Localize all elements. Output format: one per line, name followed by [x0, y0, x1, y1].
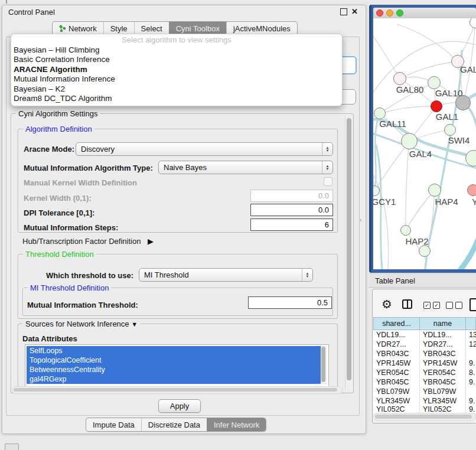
kernel-width-label: Kernel Width (0,1): — [24, 194, 92, 203]
window-frame-edge — [369, 5, 371, 273]
algorithm-definition-title: Algorithm Definition — [23, 125, 94, 133]
gear-icon[interactable]: ⚙ — [382, 298, 392, 310]
network-canvas[interactable]: GAL GAL80 GAL10 GAL1 GAL11 SWI4 GAL4 GCY… — [373, 18, 476, 269]
deselect-all-columns-icon[interactable] — [446, 302, 462, 309]
table-row[interactable]: YBR045C YBR045C 9. — [373, 377, 476, 387]
column-header-shared-name[interactable]: shared... — [373, 317, 420, 330]
dpi-tolerance-field[interactable]: 0.0 — [250, 204, 333, 216]
node-label: GAL — [460, 64, 476, 74]
chevron-right-icon: ▶ — [148, 237, 154, 246]
column-header-partial[interactable] — [466, 317, 476, 330]
list-item[interactable]: SelfLoops — [27, 346, 321, 356]
table-header-row: shared... name — [373, 317, 476, 330]
mi-steps-label: Mutual Information Steps: — [24, 223, 118, 232]
splitpane-handle[interactable]: ‹ — [360, 217, 361, 223]
node-label: HAP2 — [405, 236, 428, 246]
select-all-columns-icon[interactable]: ✓ ✓ — [423, 302, 440, 309]
tab-select[interactable]: Select — [134, 22, 169, 35]
mi-steps-field[interactable]: 6 — [250, 219, 333, 231]
data-attributes-list[interactable]: SelfLoops TopologicalCoefficient Between… — [25, 344, 329, 387]
column-header-name[interactable]: name — [420, 317, 466, 330]
graph-node-hap4[interactable] — [428, 184, 441, 197]
popup-placeholder: Select algorithm to view settings — [11, 34, 342, 45]
manual-kernel-width-checkbox[interactable] — [324, 177, 332, 186]
network-tab-icon — [59, 25, 66, 32]
table-horizontal-scrollbar[interactable] — [373, 413, 476, 421]
hub-definition-toggle[interactable]: Hub/Transcription Factor Definition ▶ — [22, 237, 154, 246]
tab-style[interactable]: Style — [103, 22, 134, 35]
popup-item[interactable]: Bayesian – K2 — [11, 84, 342, 94]
kernel-width-field[interactable]: 0.0 — [250, 190, 333, 202]
graph-node-gal11[interactable] — [374, 107, 386, 119]
bottom-tabbar: Impute Data Discretize Data Infer Networ… — [86, 418, 266, 432]
table-row[interactable]: YER054C YER054C 8. — [373, 368, 476, 377]
table-row[interactable]: YBL079W YBL079W — [373, 387, 476, 396]
mi-threshold-field[interactable]: 0.5 — [248, 296, 332, 309]
graph-node-gal1-selected[interactable] — [431, 100, 442, 112]
unchecked-checkbox-icon — [455, 302, 462, 309]
table-row[interactable]: YDR27... YDR27... 12 — [373, 340, 476, 349]
popup-item[interactable]: Mutual Information Inference — [11, 74, 342, 84]
table-row[interactable]: YPR145W YPR145W 9. — [373, 358, 476, 368]
tab-discretize-data[interactable]: Discretize Data — [141, 418, 207, 431]
tab-impute-data[interactable]: Impute Data — [86, 418, 141, 431]
popup-item[interactable]: Dream8 DC_TDC Algorithm — [11, 94, 342, 103]
columns-icon[interactable] — [402, 299, 412, 309]
table-panel-title: Table Panel — [375, 276, 415, 285]
hscrollbar-thumb[interactable] — [14, 388, 337, 392]
list-item[interactable]: TopologicalCoefficient — [27, 356, 321, 365]
list-vertical-scrollbar[interactable] — [321, 345, 327, 384]
list-item[interactable]: gal4RGexp — [27, 374, 321, 384]
graph-node-hap2[interactable] — [400, 225, 411, 236]
close-icon[interactable]: ✕ — [351, 8, 358, 15]
settings-scrollbar-thumb[interactable] — [347, 118, 351, 380]
table-row[interactable]: YIL052C YIL052C 9. — [373, 406, 476, 413]
zoom-traffic-light[interactable] — [396, 9, 403, 17]
float-window-icon[interactable] — [340, 8, 347, 15]
manual-kernel-width-label: Manual Kernel Width Definition — [24, 178, 137, 187]
edge-tick — [6, 0, 7, 4]
table-row[interactable]: YBR043C YBR043C — [373, 349, 476, 358]
mi-algorithm-type-combobox[interactable]: Naive Bayes ▲▼ — [158, 161, 333, 174]
tab-jactivemnodules[interactable]: jActiveMNodules — [226, 22, 297, 35]
graph-node-gal4[interactable] — [401, 133, 418, 149]
minimized-panel-icon[interactable] — [5, 444, 19, 450]
table-row[interactable]: YLR345W YLR345W 9. — [373, 396, 476, 406]
which-threshold-combobox[interactable]: MI Threshold ▲▼ — [139, 268, 313, 282]
settings-horizontal-scrollbar[interactable] — [12, 386, 343, 394]
table-hscrollbar-thumb[interactable] — [375, 415, 472, 419]
export-table-icon[interactable] — [470, 298, 476, 311]
which-threshold-value: MI Threshold — [144, 270, 189, 279]
graph-node-swi4[interactable] — [444, 124, 456, 136]
settings-vertical-scrollbar[interactable] — [345, 116, 353, 390]
mi-algorithm-type-value: Naive Bayes — [164, 163, 207, 172]
close-traffic-light[interactable] — [376, 9, 383, 17]
table-body: YDL19... YDL19... 13 YDR27... YDR27... 1… — [373, 330, 476, 413]
graph-node[interactable] — [467, 184, 476, 196]
tab-cyni-toolbox[interactable]: Cyni Toolbox — [169, 22, 226, 35]
graph-node[interactable] — [419, 245, 431, 257]
table-row[interactable]: YDL19... YDL19... 13 — [373, 330, 476, 340]
list-item[interactable]: BetweennessCentrality — [27, 365, 321, 374]
popup-item-selected[interactable]: ARACNE Algorithm — [11, 65, 342, 74]
unchecked-checkbox-icon — [446, 302, 453, 309]
list-scrollbar-thumb[interactable] — [321, 347, 325, 382]
mi-algorithm-type-label: Mutual Information Algorithm Type: — [24, 164, 153, 172]
chevron-down-icon: ▼ — [131, 321, 138, 328]
popup-item[interactable]: Bayesian – Hill Climbing — [11, 45, 342, 55]
control-panel-title: Control Panel — [8, 8, 55, 17]
popup-item[interactable]: Basic Correlation Inference — [11, 55, 342, 64]
graph-node-gal10[interactable] — [428, 76, 441, 89]
tab-network-label: Network — [69, 24, 97, 33]
minimize-traffic-light[interactable] — [386, 9, 393, 17]
graph-node-gal80[interactable] — [393, 72, 406, 85]
desktop: Control Panel ✕ Network Style Select Cyn… — [0, 0, 476, 450]
aracne-mode-combobox[interactable]: Discovery ▲▼ — [76, 142, 333, 156]
tab-infer-network[interactable]: Infer Network — [207, 418, 266, 431]
tab-network[interactable]: Network — [53, 22, 103, 35]
apply-button[interactable]: Apply — [158, 399, 201, 413]
node-label: GAL11 — [379, 119, 406, 129]
dpi-tolerance-label: DPI Tolerance [0,1]: — [24, 208, 94, 217]
combo-spinner-icon: ▲▼ — [322, 143, 332, 155]
sources-group-title[interactable]: Sources for Network Inference ▼ — [23, 319, 140, 328]
